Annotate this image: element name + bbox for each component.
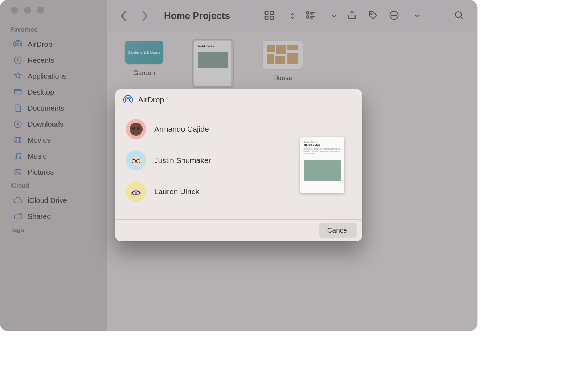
svg-point-0 [17, 43, 19, 46]
airdrop-icon [13, 40, 22, 49]
sidebar: Favorites AirDrop Recents Applications D… [0, 0, 107, 331]
back-icon[interactable] [120, 11, 127, 21]
svg-rect-4 [15, 137, 21, 143]
file-name: House [269, 73, 296, 83]
sidebar-section-tags: Tags [0, 224, 107, 237]
minimize-icon[interactable] [24, 7, 31, 14]
picture-icon [13, 167, 22, 177]
sidebar-item-airdrop[interactable]: AirDrop [3, 36, 104, 52]
svg-point-19 [394, 15, 395, 16]
svg-rect-23 [267, 45, 275, 52]
file-thumbnail [263, 41, 303, 69]
svg-rect-14 [307, 12, 309, 14]
svg-point-20 [395, 15, 397, 16]
airdrop-people-list: Armando Cajide Justin Shumaker Lauren Ul… [115, 111, 292, 219]
avatar [126, 119, 146, 139]
sidebar-item-movies[interactable]: Movies [3, 132, 104, 148]
svg-rect-13 [270, 16, 274, 19]
desktop-icon [13, 87, 22, 97]
forward-icon[interactable] [142, 11, 148, 21]
sidebar-section-icloud: iCloud [0, 180, 107, 192]
tags-button[interactable] [368, 10, 378, 22]
doc-icon [13, 103, 22, 113]
svg-rect-12 [265, 16, 268, 19]
svg-rect-7 [15, 169, 21, 175]
airdrop-target[interactable]: Lauren Ulrick [126, 181, 281, 202]
cancel-button[interactable]: Cancel [319, 223, 357, 238]
window-title: Home Projects [164, 10, 230, 21]
group-by-button[interactable] [305, 10, 316, 22]
sidebar-item-label: Applications [28, 72, 67, 81]
sidebar-item-label: Shared [28, 212, 51, 221]
sidebar-item-applications[interactable]: Applications [3, 68, 104, 84]
clock-icon [13, 56, 22, 65]
zoom-icon[interactable] [37, 7, 44, 14]
airdrop-target[interactable]: Justin Shumaker [126, 150, 281, 171]
movie-icon [13, 135, 22, 145]
chevron-down-icon[interactable] [331, 14, 336, 18]
share-button[interactable] [346, 10, 357, 22]
download-icon [13, 119, 22, 129]
sidebar-item-desktop[interactable]: Desktop [3, 84, 104, 100]
file-name: Garden [129, 68, 159, 78]
sidebar-item-documents[interactable]: Documents [3, 100, 104, 116]
file-thumbnail: Gardens & Blooms [125, 41, 163, 64]
sidebar-item-label: Music [28, 152, 46, 160]
person-name: Armando Cajide [154, 125, 209, 134]
sidebar-section-favorites: Favorites [0, 24, 107, 36]
sidebar-item-downloads[interactable]: Downloads [3, 116, 104, 132]
music-icon [13, 151, 22, 161]
svg-point-29 [127, 99, 130, 101]
svg-point-16 [371, 13, 372, 14]
chevron-up-down-icon[interactable] [290, 12, 295, 20]
svg-point-5 [15, 158, 16, 159]
svg-point-30 [130, 123, 143, 136]
avatar [126, 181, 146, 202]
close-icon[interactable] [11, 7, 18, 14]
svg-rect-25 [287, 45, 298, 50]
sidebar-item-label: Recents [28, 56, 54, 65]
person-name: Justin Shumaker [154, 156, 211, 165]
svg-rect-15 [307, 16, 309, 18]
sheet-footer: Cancel [115, 219, 362, 241]
svg-rect-10 [265, 11, 268, 14]
svg-rect-24 [276, 45, 286, 54]
more-actions-button[interactable] [389, 10, 399, 22]
sidebar-item-label: Movies [28, 136, 50, 144]
sheet-header: AirDrop [115, 89, 362, 111]
svg-rect-26 [267, 54, 274, 64]
sidebar-item-pictures[interactable]: Pictures [3, 164, 104, 180]
sidebar-item-label: Desktop [28, 88, 54, 97]
sidebar-item-label: AirDrop [28, 40, 52, 49]
sidebar-item-music[interactable]: Music [3, 148, 104, 164]
chevron-down-icon[interactable] [415, 14, 420, 18]
svg-rect-28 [287, 53, 298, 64]
svg-point-31 [132, 127, 135, 130]
airdrop-icon [123, 95, 133, 105]
sidebar-item-label: Documents [28, 104, 64, 113]
airdrop-target[interactable]: Armando Cajide [126, 119, 281, 139]
svg-rect-2 [14, 89, 21, 94]
sidebar-item-label: Downloads [28, 120, 63, 128]
svg-rect-27 [275, 56, 285, 64]
sidebar-item-label: Pictures [28, 168, 54, 176]
file-thumbnail: Inside Voice [194, 41, 232, 86]
sidebar-item-shared[interactable]: Shared [3, 208, 104, 224]
finder-window: Favorites AirDrop Recents Applications D… [0, 0, 477, 331]
toolbar: Home Projects [107, 0, 477, 32]
window-controls[interactable] [0, 7, 107, 14]
shared-icon [13, 212, 22, 221]
person-name: Lauren Ulrick [154, 187, 199, 196]
avatar [126, 150, 146, 171]
view-icon-grid-button[interactable] [264, 10, 275, 22]
svg-rect-11 [270, 11, 274, 14]
search-button[interactable] [454, 10, 464, 22]
app-icon [13, 72, 22, 81]
cloud-icon [13, 196, 22, 205]
svg-point-18 [391, 15, 393, 16]
svg-point-32 [137, 127, 140, 130]
sidebar-item-label: iCloud Drive [28, 196, 67, 205]
sidebar-item-icloud-drive[interactable]: iCloud Drive [3, 192, 104, 208]
sidebar-item-recents[interactable]: Recents [3, 52, 104, 68]
airdrop-sheet: AirDrop Armando Cajide Justin Shumaker [115, 89, 362, 241]
